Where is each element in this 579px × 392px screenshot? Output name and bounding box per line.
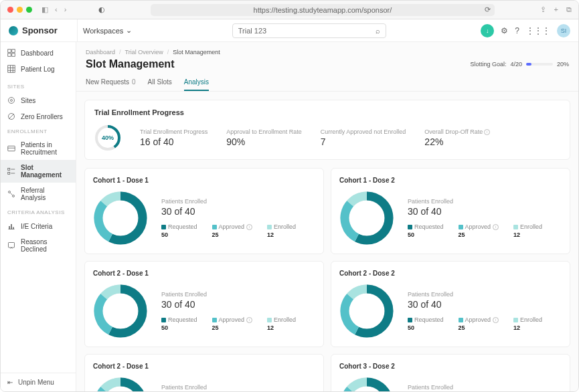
svg-point-20 bbox=[13, 195, 15, 197]
decline-icon bbox=[7, 241, 15, 250]
slot-icon bbox=[7, 167, 15, 175]
cohort-enrolled-value: 30 of 40 bbox=[161, 206, 315, 217]
cohort-donut-icon bbox=[93, 284, 148, 338]
sidebar-toggle-icon[interactable]: ◧ bbox=[42, 5, 48, 14]
workspace-selector[interactable]: Workspaces ⌄ bbox=[77, 19, 137, 41]
cohort-card: Cohort 3 - Dose 2 Patients Enrolled 30 o… bbox=[331, 354, 570, 391]
svg-point-19 bbox=[9, 191, 11, 193]
info-icon[interactable]: i bbox=[493, 317, 499, 323]
brand-logo-icon bbox=[9, 26, 18, 35]
back-icon[interactable]: ‹ bbox=[55, 5, 58, 14]
cohort-card: Cohort 2 - Dose 2 Patients Enrolled 30 o… bbox=[331, 261, 570, 347]
goal-progress-bar bbox=[526, 63, 553, 66]
cohort-legend: Requested 50 Approvedi 25 Enrolled 12 bbox=[161, 316, 315, 331]
info-icon[interactable]: i bbox=[246, 317, 252, 323]
brand-name: Sponsor bbox=[22, 25, 58, 35]
breadcrumb: Dashboard / Trial Overview / Slot Manage… bbox=[76, 42, 578, 58]
cohort-enrolled-label: Patients Enrolled bbox=[408, 384, 562, 391]
user-avatar[interactable]: SI bbox=[557, 24, 570, 37]
forward-icon[interactable]: › bbox=[64, 5, 67, 14]
cohort-card: Cohort 2 - Dose 1 Patients Enrolled 30 o… bbox=[84, 261, 324, 347]
sidebar-item-patient-log[interactable]: Patient Log bbox=[1, 61, 76, 77]
sidebar-item-zero-enrollers[interactable]: Zero Enrollers bbox=[1, 108, 76, 124]
sidebar-item-referral-analysis[interactable]: Referral Analysis bbox=[1, 183, 76, 205]
sidebar: Dashboard Patient Log SITES Sites Zero E… bbox=[1, 42, 76, 391]
share-icon[interactable]: ⇪ bbox=[540, 5, 546, 14]
cohort-donut-icon bbox=[339, 284, 394, 338]
chevron-down-icon: ⌄ bbox=[126, 26, 132, 35]
sidebar-section-enrollment: ENROLLMENT bbox=[1, 124, 76, 137]
sidebar-item-slot-management[interactable]: Slot Management bbox=[1, 160, 76, 183]
legend-item: Enrolled 12 bbox=[267, 316, 296, 331]
cohort-card: Cohort 1 - Dose 2 Patients Enrolled 30 o… bbox=[331, 168, 570, 254]
tabs-icon[interactable]: ⧉ bbox=[566, 5, 572, 14]
unpin-label: Unpin Menu bbox=[18, 379, 54, 386]
cohort-enrolled-label: Patients Enrolled bbox=[408, 291, 562, 298]
new-tab-icon[interactable]: + bbox=[554, 5, 558, 14]
sidebar-item-label: Slot Management bbox=[21, 164, 69, 179]
slotting-goal: Slotting Goal: 4/20 20% bbox=[470, 61, 569, 68]
cohort-legend: Requested 50 Approvedi 25 Enrolled 12 bbox=[161, 223, 315, 238]
shield-icon[interactable]: ◐ bbox=[98, 5, 105, 14]
sidebar-item-label: Zero Enrollers bbox=[21, 113, 63, 120]
sidebar-item-label: Referral Analysis bbox=[21, 187, 69, 201]
crumb-dashboard[interactable]: Dashboard bbox=[86, 49, 115, 56]
legend-item: Enrolled 12 bbox=[513, 316, 542, 331]
cohort-enrolled-value: 30 of 40 bbox=[408, 206, 562, 217]
info-icon[interactable]: i bbox=[493, 224, 499, 230]
apps-icon[interactable]: ⋮⋮⋮ bbox=[526, 26, 550, 35]
legend-item: Enrolled 12 bbox=[267, 223, 296, 238]
tab-analysis[interactable]: Analysis bbox=[184, 74, 209, 91]
cohort-title: Cohort 3 - Dose 2 bbox=[339, 363, 562, 370]
info-icon[interactable]: i bbox=[484, 129, 490, 135]
legend-item: Approvedi 25 bbox=[459, 223, 499, 238]
svg-rect-4 bbox=[8, 66, 15, 73]
sidebar-item-dashboard[interactable]: Dashboard bbox=[1, 45, 76, 61]
svg-point-9 bbox=[9, 98, 15, 104]
cohort-legend: Requested 50 Approvedi 25 Enrolled 12 bbox=[408, 316, 562, 331]
sidebar-item-ie-criteria[interactable]: I/E Criteria bbox=[1, 218, 76, 234]
legend-item: Requested 50 bbox=[161, 223, 197, 238]
cohort-enrolled-value: 30 of 40 bbox=[408, 299, 562, 310]
referral-icon bbox=[7, 190, 15, 198]
cohort-enrolled-label: Patients Enrolled bbox=[161, 384, 315, 391]
cohort-legend: Requested 50 Approvedi 25 Enrolled 12 bbox=[408, 223, 562, 238]
tab-all-slots[interactable]: All Slots bbox=[148, 74, 172, 91]
svg-rect-13 bbox=[8, 146, 15, 151]
svg-point-10 bbox=[11, 100, 13, 102]
cohort-enrolled-label: Patients Enrolled bbox=[408, 198, 562, 205]
sidebar-item-label: Patients in Recruitment bbox=[21, 141, 69, 156]
legend-item: Approvedi 25 bbox=[212, 223, 253, 238]
cohort-title: Cohort 1 - Dose 2 bbox=[339, 177, 562, 184]
unpin-menu[interactable]: ⇤ Unpin Menu bbox=[1, 373, 76, 391]
panel-title: Trial Enrollment Progress bbox=[94, 108, 560, 116]
svg-line-21 bbox=[11, 193, 13, 195]
help-icon[interactable]: ? bbox=[515, 26, 519, 35]
cohort-donut-icon bbox=[339, 191, 394, 246]
download-badge[interactable]: ↓ bbox=[481, 24, 494, 37]
sidebar-section-sites: SITES bbox=[1, 80, 76, 92]
app-topbar: Sponsor Workspaces ⌄ Trial 123 ⌕ ↓ ⚙ ? ⋮… bbox=[1, 19, 578, 42]
main-content: Dashboard / Trial Overview / Slot Manage… bbox=[76, 42, 578, 391]
reload-icon[interactable]: ⟳ bbox=[485, 5, 491, 14]
cohort-card: Cohort 1 - Dose 1 Patients Enrolled 30 o… bbox=[84, 168, 324, 254]
cohort-title: Cohort 2 - Dose 1 bbox=[93, 270, 315, 277]
sidebar-item-reasons-declined[interactable]: Reasons Declined bbox=[1, 234, 76, 257]
url-bar[interactable]: https://testing.studyteamapp.com/sponsor… bbox=[151, 4, 494, 16]
cohort-title: Cohort 2 - Dose 2 bbox=[339, 270, 562, 277]
cohort-enrolled-value: 30 of 40 bbox=[161, 299, 315, 310]
info-icon[interactable]: i bbox=[246, 224, 252, 230]
legend-item: Approvedi 25 bbox=[459, 316, 499, 331]
search-input[interactable]: Trial 123 ⌕ bbox=[232, 23, 386, 38]
cohort-donut-icon bbox=[93, 191, 148, 246]
traffic-lights[interactable] bbox=[7, 7, 32, 13]
gear-icon[interactable]: ⚙ bbox=[501, 26, 508, 35]
crumb-trial[interactable]: Trial Overview bbox=[125, 49, 163, 56]
sidebar-item-patients-recruitment[interactable]: Patients in Recruitment bbox=[1, 137, 76, 160]
cohort-card: Cohort 2 - Dose 1 Patients Enrolled 30 o… bbox=[84, 354, 324, 391]
tabs: New Requests0 All Slots Analysis bbox=[76, 74, 578, 92]
brand[interactable]: Sponsor bbox=[9, 25, 70, 35]
trial-progress-donut: 40% bbox=[94, 124, 121, 151]
tab-new-requests[interactable]: New Requests0 bbox=[86, 74, 136, 91]
sidebar-item-sites[interactable]: Sites bbox=[1, 92, 76, 108]
